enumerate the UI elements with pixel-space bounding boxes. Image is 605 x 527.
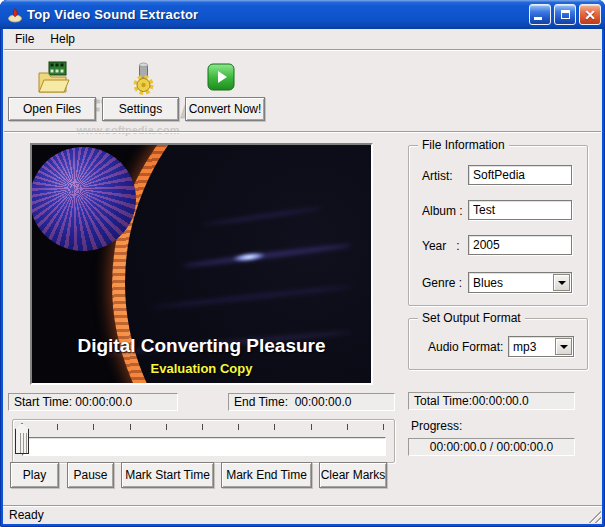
convert-play-icon <box>207 63 235 91</box>
audio-format-select[interactable]: mp3 <box>508 336 574 357</box>
minimize-icon <box>534 17 542 20</box>
window-title: Top Video Sound Extractor <box>27 7 198 22</box>
convert-now-button[interactable]: Convert Now! <box>185 97 265 121</box>
timeline-slider[interactable] <box>12 419 395 463</box>
end-time-panel: End Time: 00:00:00.0 <box>228 393 395 411</box>
progress-label: Progress: <box>411 419 462 433</box>
album-field[interactable] <box>468 200 572 220</box>
arrow-down-icon <box>558 281 566 285</box>
artist-label: Artist: <box>422 169 453 183</box>
app-icon[interactable] <box>7 7 23 23</box>
minimize-button[interactable] <box>529 4 551 25</box>
total-time-panel: Total Time:00:00:00.0 <box>408 392 575 410</box>
maximize-icon <box>561 10 570 19</box>
genre-label: Genre : <box>422 276 462 290</box>
menu-divider <box>4 49 601 51</box>
progress-panel: 00:00:00.0 / 00:00:00.0 <box>408 438 575 456</box>
album-label: Album : <box>422 204 463 218</box>
blue-planet <box>30 147 136 251</box>
preview-caption: Digital Converting Pleasure <box>32 335 371 357</box>
close-button[interactable]: ✕ <box>579 4 601 25</box>
settings-button[interactable]: Settings <box>102 97 179 121</box>
close-icon: ✕ <box>584 8 596 22</box>
file-information-legend: File Information <box>418 138 509 152</box>
clear-marks-button[interactable]: Clear Marks <box>319 462 387 488</box>
resize-grip-icon[interactable] <box>588 510 601 523</box>
menu-help[interactable]: Help <box>42 30 83 48</box>
status-bar: Ready <box>3 505 602 524</box>
slider-thumb[interactable] <box>15 423 29 454</box>
app-window: Top Video Sound Extractor ✕ File Help SO… <box>0 0 605 527</box>
play-button[interactable]: Play <box>10 462 59 488</box>
menu-file[interactable]: File <box>7 30 42 48</box>
video-preview: Digital Converting Pleasure Evaluation C… <box>30 143 373 385</box>
year-field[interactable] <box>468 235 572 255</box>
maximize-button[interactable] <box>554 4 576 25</box>
slider-ticks <box>21 424 385 430</box>
mark-end-time-button[interactable]: Mark End Time <box>221 462 312 488</box>
title-bar[interactable]: Top Video Sound Extractor ✕ <box>0 0 605 29</box>
start-time-panel: Start Time: 00:00:00.0 <box>8 393 178 411</box>
slider-track[interactable] <box>22 437 386 456</box>
genre-dropdown-button[interactable] <box>553 274 570 291</box>
evaluation-copy-label: Evaluation Copy <box>32 361 371 376</box>
audio-format-label: Audio Format: <box>428 340 503 354</box>
toolbar-divider <box>4 131 601 133</box>
mark-start-time-button[interactable]: Mark Start Time <box>121 462 214 488</box>
open-files-button[interactable]: Open Files <box>8 97 96 121</box>
settings-gear-icon <box>126 60 160 96</box>
menu-bar: File Help <box>3 29 602 49</box>
arrow-down-icon <box>560 345 568 349</box>
year-label: Year : <box>422 239 460 253</box>
artist-field[interactable] <box>468 165 572 185</box>
audio-format-dropdown-button[interactable] <box>555 338 572 355</box>
genre-select[interactable]: Blues <box>468 272 572 293</box>
status-text: Ready <box>9 508 44 522</box>
pause-button[interactable]: Pause <box>67 462 114 488</box>
open-files-icon <box>36 61 70 96</box>
output-format-legend: Set Output Format <box>418 311 525 325</box>
